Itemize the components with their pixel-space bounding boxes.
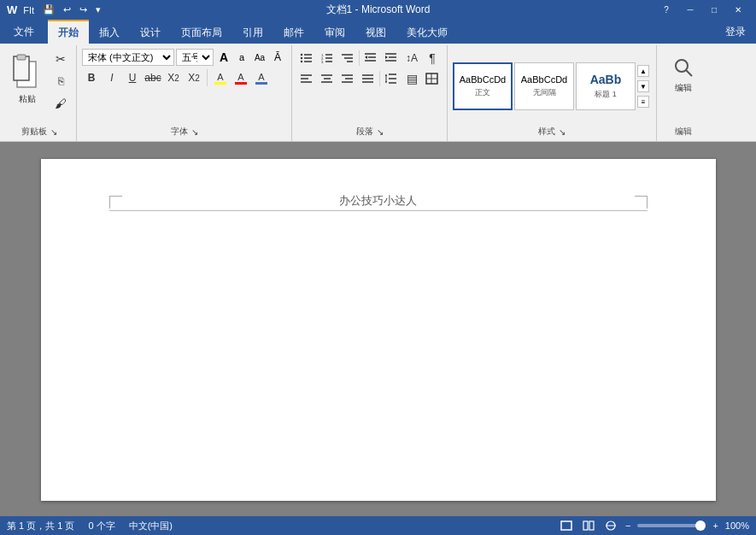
- numbering-button[interactable]: 1.2.3.: [318, 49, 337, 68]
- page-header-area: 办公技巧小达人: [109, 193, 648, 211]
- clear-format-button[interactable]: Ā: [269, 49, 286, 66]
- minimize-button[interactable]: ─: [679, 3, 701, 17]
- tab-insert[interactable]: 插入: [89, 21, 130, 44]
- close-button[interactable]: ✕: [727, 3, 749, 17]
- font-name-select[interactable]: 宋体 (中文正文): [82, 49, 174, 66]
- align-right-button[interactable]: [338, 69, 357, 88]
- zoom-out-button[interactable]: −: [625, 520, 630, 531]
- styles-gallery: AaBbCcDd 正文 AaBbCcDd 无间隔 AaBb 标题 1: [453, 62, 636, 110]
- zoom-thumb[interactable]: [695, 520, 706, 531]
- document-body[interactable]: [109, 220, 648, 476]
- bullets-button[interactable]: [297, 49, 316, 68]
- save-button[interactable]: 💾: [40, 3, 57, 16]
- align-center-button[interactable]: [318, 69, 337, 88]
- find-button[interactable]: 编辑: [665, 49, 702, 100]
- svg-rect-49: [561, 521, 571, 530]
- tab-beautify[interactable]: 美化大师: [396, 21, 458, 44]
- svg-rect-50: [583, 521, 588, 530]
- styles-more[interactable]: ≡: [637, 96, 649, 108]
- style-normal[interactable]: AaBbCcDd 正文: [453, 62, 513, 110]
- font-size-decrease-button[interactable]: a: [233, 49, 250, 66]
- zoom-in-button[interactable]: +: [712, 520, 718, 531]
- header-divider: [109, 210, 648, 211]
- full-reading-view-button[interactable]: [581, 519, 596, 532]
- align-left-button[interactable]: [297, 69, 316, 88]
- text-highlight-button[interactable]: A: [211, 68, 230, 87]
- login-button[interactable]: 登录: [715, 20, 756, 44]
- styles-scroll-up[interactable]: ▲: [637, 65, 649, 77]
- tab-file[interactable]: 文件: [0, 20, 48, 44]
- svg-point-7: [301, 57, 302, 59]
- zoom-slider[interactable]: [637, 524, 706, 527]
- italic-button[interactable]: I: [103, 68, 121, 87]
- change-case-button[interactable]: Aa: [251, 49, 268, 66]
- customize-qa-button[interactable]: ▾: [93, 3, 103, 16]
- svg-text:3.: 3.: [321, 60, 324, 64]
- font-expand[interactable]: ↘: [191, 127, 198, 137]
- tab-page-layout[interactable]: 页面布局: [171, 21, 232, 44]
- ribbon-tabs-bar: 文件 开始 插入 设计 页面布局 引用 邮件 审阅 视图 美化大师 登录: [0, 20, 756, 44]
- shading-para-button[interactable]: ▤: [402, 69, 421, 88]
- document-page: 办公技巧小达人: [41, 159, 716, 501]
- tab-mailings[interactable]: 邮件: [273, 21, 314, 44]
- style-no-spacing[interactable]: AaBbCcDd 无间隔: [514, 62, 574, 110]
- border-button[interactable]: [423, 69, 442, 88]
- styles-expand[interactable]: ↘: [559, 127, 566, 137]
- tab-review[interactable]: 审阅: [314, 21, 355, 44]
- help-button[interactable]: ?: [655, 3, 677, 17]
- status-right: − + 100%: [559, 519, 749, 532]
- paragraph-controls: 1.2.3. ↕A ¶: [297, 49, 442, 124]
- paragraph-expand[interactable]: ↘: [377, 127, 384, 137]
- justify-button[interactable]: [359, 69, 378, 88]
- increase-indent-button[interactable]: [382, 49, 401, 68]
- tab-references[interactable]: 引用: [232, 21, 273, 44]
- restore-button[interactable]: □: [703, 3, 725, 17]
- app-logo: W: [7, 3, 17, 16]
- quick-access-toolbar: W FIt 💾 ↩ ↪ ▾: [7, 3, 103, 16]
- font-group: 宋体 (中文正文) 五号 A a Aa Ā B I U abc X2 X2: [79, 45, 292, 141]
- superscript-button[interactable]: X2: [185, 68, 203, 87]
- language: 中文(中国): [129, 520, 173, 532]
- tab-home[interactable]: 开始: [48, 20, 89, 44]
- subscript-button[interactable]: X2: [164, 68, 183, 87]
- shading-button[interactable]: A: [252, 68, 271, 87]
- cut-button[interactable]: ✂: [50, 49, 71, 69]
- line-spacing-button[interactable]: [382, 69, 401, 88]
- show-marks-button[interactable]: ¶: [423, 49, 442, 68]
- style-normal-preview: AaBbCcDd: [460, 74, 506, 85]
- fit-button[interactable]: FIt: [21, 4, 37, 16]
- undo-button[interactable]: ↩: [61, 3, 73, 16]
- copy-button[interactable]: ⎘: [50, 71, 71, 91]
- title-bar: W FIt 💾 ↩ ↪ ▾ 文档1 - Microsoft Word ? ─ □…: [0, 0, 756, 20]
- decrease-indent-button[interactable]: [361, 49, 380, 68]
- svg-point-6: [301, 54, 302, 56]
- style-no-spacing-name: 无间隔: [533, 87, 556, 98]
- para-separator2: [379, 71, 380, 86]
- document-area: 办公技巧小达人: [0, 142, 756, 516]
- bold-button[interactable]: B: [82, 68, 101, 87]
- clipboard-expand[interactable]: ↘: [50, 127, 57, 137]
- tab-view[interactable]: 视图: [355, 21, 396, 44]
- font-size-increase-button[interactable]: A: [215, 49, 232, 66]
- style-heading1-name: 标题 1: [595, 89, 617, 100]
- web-layout-view-button[interactable]: [603, 519, 618, 532]
- paste-button[interactable]: 粘贴: [7, 49, 48, 105]
- clipboard-small-buttons: ✂ ⎘ 🖌: [50, 49, 71, 114]
- redo-button[interactable]: ↪: [77, 3, 90, 16]
- svg-marker-21: [365, 56, 367, 59]
- underline-button[interactable]: U: [123, 68, 142, 87]
- style-heading1[interactable]: AaBb 标题 1: [576, 62, 636, 110]
- styles-scroll-down[interactable]: ▼: [637, 80, 649, 92]
- print-layout-view-button[interactable]: [559, 519, 574, 532]
- strikethrough-button[interactable]: abc: [144, 68, 162, 87]
- tab-design[interactable]: 设计: [130, 21, 171, 44]
- font-color-button[interactable]: A: [231, 68, 250, 87]
- clipboard-controls: 粘贴 ✂ ⎘ 🖌: [7, 49, 71, 124]
- font-size-select[interactable]: 五号: [176, 49, 214, 66]
- multilevel-list-button[interactable]: [338, 49, 357, 68]
- format-painter-button[interactable]: 🖌: [50, 93, 71, 114]
- editing-label-section: 编辑: [662, 124, 705, 139]
- sort-button[interactable]: ↕A: [402, 49, 421, 68]
- zoom-level: 100%: [725, 520, 749, 531]
- font-label: 字体 ↘: [82, 124, 286, 139]
